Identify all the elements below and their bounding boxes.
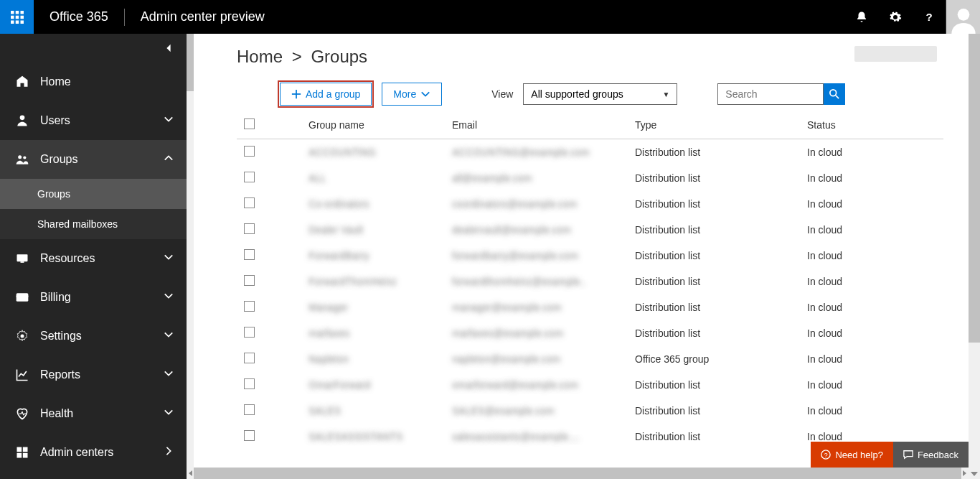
svg-text:?: ? — [925, 11, 932, 23]
sidebar-item-reports[interactable]: Reports — [0, 355, 187, 394]
app-launcher-button[interactable] — [0, 0, 34, 34]
topbar-right: ? — [844, 0, 980, 34]
table-row[interactable]: ALLall@example.comDistribution listIn cl… — [237, 165, 943, 191]
sidebar-item-home[interactable]: Home — [0, 62, 187, 101]
table-row[interactable]: Napletonnapleton@example.comOffice 365 g… — [237, 346, 943, 372]
svg-rect-3 — [11, 15, 14, 19]
cell-status: In cloud — [807, 139, 943, 166]
cell-email: all@example.com — [452, 172, 532, 184]
sidebar-item-label: Admin centers — [40, 446, 113, 459]
sidebar-item-admin-centers[interactable]: Admin centers — [0, 433, 187, 472]
admincenters-icon — [13, 445, 32, 460]
row-checkbox[interactable] — [244, 301, 255, 312]
sidebar-subitem-shared-mailboxes[interactable]: Shared mailboxes — [0, 209, 187, 239]
column-group-name[interactable]: Group name — [273, 118, 452, 139]
row-checkbox[interactable] — [244, 223, 255, 234]
cell-email: napleton@example.com — [452, 353, 560, 365]
groups-table: Group name Email Type Status ACCOUNTINGA… — [237, 118, 943, 450]
cell-email: salesassistants@example.... — [452, 431, 580, 442]
cell-status: In cloud — [807, 398, 943, 424]
svg-point-18 — [21, 335, 24, 338]
sidebar-item-health[interactable]: Health — [0, 394, 187, 433]
account-button[interactable] — [946, 0, 980, 34]
cell-type: Distribution list — [635, 139, 807, 166]
table-row[interactable]: Dealer Vaultdealervault@example.comDistr… — [237, 217, 943, 243]
cell-status: In cloud — [807, 372, 943, 398]
scrollbar-vertical[interactable] — [969, 34, 980, 479]
svg-rect-22 — [23, 453, 28, 458]
table-row[interactable]: Managermanager@example.comDistribution l… — [237, 294, 943, 320]
sidebar-item-users[interactable]: Users — [0, 101, 187, 140]
view-filter-select[interactable]: All supported groups ▼ — [523, 83, 677, 105]
table-row[interactable]: ForwardThomHeinzforwardthomheinz@example… — [237, 269, 943, 294]
sidebar-item-billing[interactable]: Billing — [0, 278, 187, 317]
chevron-down-icon — [164, 407, 174, 420]
need-help-button[interactable]: ? Need help? — [811, 442, 893, 468]
sidebar-item-resources[interactable]: Resources — [0, 239, 187, 278]
collapse-nav-button[interactable] — [0, 34, 187, 62]
svg-rect-21 — [17, 453, 22, 458]
column-type[interactable]: Type — [635, 118, 807, 139]
cell-type: Distribution list — [635, 165, 807, 191]
cell-name: ACCOUNTING — [308, 147, 376, 158]
scrollbar-inner[interactable] — [187, 34, 194, 479]
row-checkbox[interactable] — [244, 430, 255, 441]
table-header-row: Group name Email Type Status — [237, 118, 943, 139]
column-status[interactable]: Status — [807, 118, 943, 139]
feedback-icon — [903, 450, 913, 460]
cell-email: SALES@example.com — [452, 405, 555, 417]
row-checkbox[interactable] — [244, 378, 255, 389]
cell-name: Dealer Vault — [308, 224, 363, 236]
row-checkbox[interactable] — [244, 249, 255, 260]
more-label: More — [393, 88, 416, 100]
search-input[interactable] — [717, 83, 824, 105]
view-filter-value: All supported groups — [531, 88, 623, 100]
cell-type: Distribution list — [635, 269, 807, 294]
row-checkbox[interactable] — [244, 353, 255, 363]
select-all-checkbox[interactable] — [244, 118, 255, 129]
svg-rect-19 — [17, 447, 22, 452]
row-checkbox[interactable] — [244, 327, 255, 338]
svg-point-13 — [23, 156, 26, 159]
svg-rect-17 — [17, 296, 29, 298]
sidebar-subitem-groups[interactable]: Groups — [0, 179, 187, 209]
svg-point-11 — [20, 116, 25, 121]
row-checkbox[interactable] — [244, 197, 255, 208]
row-checkbox[interactable] — [244, 275, 255, 286]
billing-icon — [13, 290, 32, 304]
settings-button[interactable] — [878, 0, 912, 34]
sidebar-item-label: Settings — [40, 330, 82, 343]
breadcrumb-root[interactable]: Home — [237, 47, 283, 66]
row-checkbox[interactable] — [244, 404, 255, 415]
table-row[interactable]: OmarForwardomarforward@example.comDistri… — [237, 372, 943, 398]
table-row[interactable]: ForwardBarryforwardbarry@example.comDist… — [237, 243, 943, 269]
table-row[interactable]: marfaxesmarfaxes@example.comDistribution… — [237, 320, 943, 346]
notifications-button[interactable] — [844, 0, 878, 34]
table-row[interactable]: SALESSALES@example.comDistribution listI… — [237, 398, 943, 424]
scrollbar-horizontal[interactable] — [187, 468, 969, 479]
sidebar-item-label: Home — [40, 75, 71, 88]
table-row[interactable]: Co-ordinatorscoordinators@example.comDis… — [237, 191, 943, 217]
column-email[interactable]: Email — [452, 118, 635, 139]
feedback-button[interactable]: Feedback — [893, 442, 969, 468]
cell-type: Distribution list — [635, 398, 807, 424]
search-button[interactable] — [824, 83, 845, 105]
row-checkbox[interactable] — [244, 172, 255, 182]
dropdown-arrow-icon: ▼ — [662, 90, 669, 98]
more-button[interactable]: More — [382, 83, 442, 106]
sidebar-item-groups[interactable]: Groups — [0, 140, 187, 179]
sidebar-item-label: Billing — [40, 291, 71, 304]
help-button[interactable]: ? — [912, 0, 946, 34]
add-group-button[interactable]: Add a group — [280, 83, 372, 106]
groups-icon — [13, 152, 32, 167]
cell-name: OmarForward — [308, 379, 370, 391]
breadcrumb-sep: > — [292, 47, 302, 66]
table-row[interactable]: ACCOUNTINGACCOUNTING@example.comDistribu… — [237, 139, 943, 166]
brand-label[interactable]: Office 365 — [34, 9, 124, 24]
cell-name: Napleton — [308, 353, 349, 365]
svg-point-10 — [957, 9, 969, 21]
sidebar-item-label: Reports — [40, 368, 80, 381]
cell-email: marfaxes@example.com — [452, 327, 563, 339]
sidebar-item-settings[interactable]: Settings — [0, 317, 187, 355]
row-checkbox[interactable] — [244, 146, 255, 157]
